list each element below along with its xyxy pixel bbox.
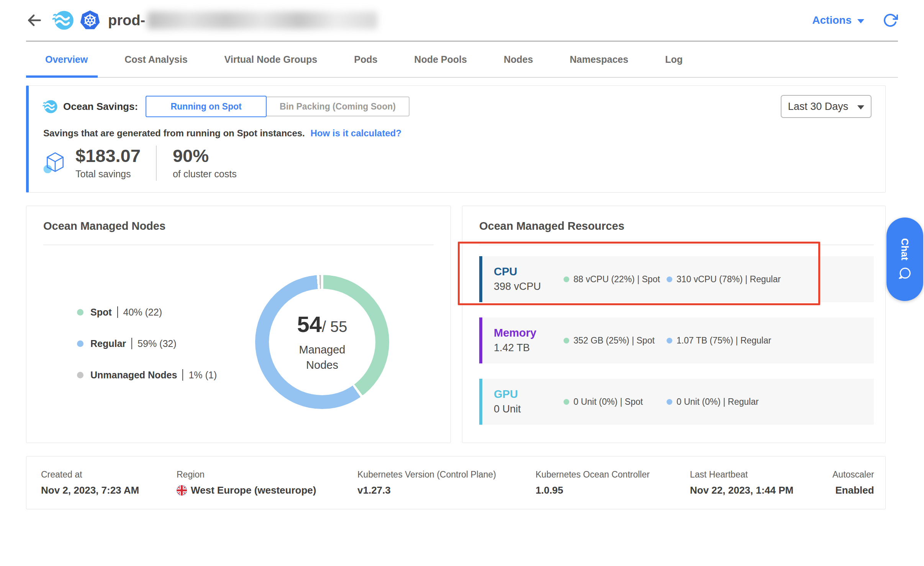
- spot-dot-icon: [564, 338, 569, 344]
- memory-regular-value: 1.07 TB (75%) | Regular: [677, 335, 771, 346]
- memory-spot-value: 352 GB (25%) | Spot: [573, 335, 655, 346]
- gpu-regular-value: 0 Unit (0%) | Regular: [677, 397, 759, 407]
- cluster-title: prod-: [108, 12, 145, 29]
- legend-item-spot: Spot 40% (22): [77, 306, 217, 318]
- total-savings-label: Total savings: [75, 168, 141, 180]
- bin-packing-toggle[interactable]: Bin Packing (Coming Soon): [266, 97, 410, 116]
- meta-kubernetes-version: Kubernetes Version (Control Plane) v1.27…: [357, 469, 536, 496]
- arrow-left-icon: [26, 12, 43, 29]
- legend-item-unmanaged: Unmanaged Nodes 1% (1): [77, 369, 217, 381]
- tab-namespaces[interactable]: Namespaces: [560, 42, 638, 77]
- app-header: prod- Actions: [0, 0, 924, 41]
- tab-virtual-node-groups[interactable]: Virtual Node Groups: [215, 42, 328, 77]
- chat-button[interactable]: Chat: [886, 218, 923, 301]
- cpu-label: CPU: [494, 266, 564, 278]
- meta-ocean-controller: Kubernetes Ocean Controller 1.0.95: [536, 469, 690, 496]
- running-on-spot-toggle[interactable]: Running on Spot: [146, 96, 267, 117]
- ocean-managed-nodes-card: Ocean Managed Nodes Spot 40% (22) Regula…: [26, 206, 451, 443]
- cpu-total: 398 vCPU: [494, 281, 564, 293]
- main-cards: Ocean Managed Nodes Spot 40% (22) Regula…: [26, 206, 886, 443]
- actions-menu[interactable]: Actions: [812, 14, 864, 26]
- spot-dot-icon: [564, 399, 569, 405]
- ocean-managed-resources-card: Ocean Managed Resources CPU 398 vCPU 88 …: [462, 206, 886, 443]
- total-savings-value: $183.07: [75, 147, 141, 165]
- cluster-meta-bar: Created at Nov 2, 2023, 7:23 AM Region W…: [26, 456, 886, 509]
- period-dropdown-value: Last 30 Days: [788, 101, 849, 113]
- managed-nodes-title: Ocean Managed Nodes: [43, 220, 434, 232]
- chevron-down-icon: [857, 19, 864, 23]
- gpu-label: GPU: [494, 388, 564, 401]
- stats-divider: [156, 146, 157, 181]
- savings-description: Savings that are generated from running …: [43, 128, 305, 138]
- gpu-spot-value: 0 Unit (0%) | Spot: [573, 397, 643, 407]
- resource-row-memory: Memory 1.42 TB 352 GB (25%) | Spot 1.07 …: [479, 317, 874, 363]
- card-divider: [479, 245, 874, 245]
- refresh-icon: [883, 13, 898, 28]
- managed-nodes-count: 54: [297, 312, 322, 337]
- regular-legend-dot: [77, 340, 84, 347]
- cluster-name-redacted: [147, 11, 377, 29]
- tab-node-pools[interactable]: Node Pools: [404, 42, 477, 77]
- managed-nodes-center-label: Managed Nodes: [286, 342, 359, 372]
- gpu-total: 0 Unit: [494, 403, 564, 415]
- tab-bar: Overview Cost Analysis Virtual Node Grou…: [26, 42, 898, 78]
- donut-center: 54/ 55 Managed Nodes: [255, 275, 389, 409]
- spot-legend-dot: [77, 309, 84, 316]
- memory-total: 1.42 TB: [494, 342, 564, 354]
- actions-label: Actions: [812, 14, 852, 26]
- kubernetes-logo-icon: [80, 10, 100, 31]
- managed-nodes-donut-chart: 54/ 55 Managed Nodes: [255, 275, 389, 409]
- managed-nodes-total: / 55: [322, 318, 347, 335]
- refresh-button[interactable]: [883, 13, 898, 28]
- regular-dot-icon: [667, 276, 672, 282]
- savings-cube-icon: [43, 150, 68, 176]
- memory-label: Memory: [494, 327, 564, 339]
- chat-bubble-icon: [898, 267, 912, 280]
- savings-mode-toggle: Running on Spot Bin Packing (Coming Soon…: [146, 96, 410, 117]
- meta-autoscaler: Autoscaler Enabled: [832, 469, 874, 496]
- period-dropdown[interactable]: Last 30 Days: [781, 95, 872, 118]
- chevron-down-icon: [857, 105, 864, 110]
- meta-region: Region West Europe (westeurope): [177, 469, 357, 496]
- cpu-spot-value: 88 vCPU (22%) | Spot: [573, 274, 660, 285]
- ocean-logo-icon: [52, 10, 74, 31]
- meta-last-heartbeat: Last Heartbeat Nov 22, 2023, 1:44 PM: [690, 469, 832, 496]
- cpu-regular-value: 310 vCPU (78%) | Regular: [677, 274, 781, 285]
- resource-row-cpu: CPU 398 vCPU 88 vCPU (22%) | Spot 310 vC…: [479, 256, 874, 302]
- ocean-savings-banner: Ocean Savings: Running on Spot Bin Packi…: [26, 85, 886, 193]
- cluster-cost-percent-label: of cluster costs: [173, 168, 237, 180]
- regular-dot-icon: [667, 338, 672, 344]
- meta-created-at: Created at Nov 2, 2023, 7:23 AM: [41, 469, 177, 496]
- tab-nodes[interactable]: Nodes: [494, 42, 543, 77]
- uk-flag-icon: [177, 485, 187, 496]
- resource-row-gpu: GPU 0 Unit 0 Unit (0%) | Spot 0 Unit (0%…: [479, 379, 874, 425]
- donut-legend: Spot 40% (22) Regular 59% (32) Unmanaged…: [77, 306, 217, 409]
- cluster-cost-percent-value: 90%: [173, 147, 237, 165]
- tab-cost-analysis[interactable]: Cost Analysis: [115, 42, 197, 77]
- chat-label: Chat: [899, 238, 911, 260]
- tab-overview[interactable]: Overview: [26, 42, 98, 77]
- back-button[interactable]: [26, 12, 43, 29]
- unmanaged-legend-dot: [77, 372, 84, 378]
- managed-resources-title: Ocean Managed Resources: [479, 220, 874, 232]
- tab-pods[interactable]: Pods: [344, 42, 387, 77]
- ocean-savings-icon: [43, 100, 58, 114]
- ocean-savings-label: Ocean Savings:: [63, 101, 138, 113]
- tab-log[interactable]: Log: [655, 42, 693, 77]
- how-calculated-link[interactable]: How is it calculated?: [310, 128, 401, 138]
- legend-item-regular: Regular 59% (32): [77, 338, 217, 349]
- spot-dot-icon: [564, 276, 569, 282]
- regular-dot-icon: [667, 399, 672, 405]
